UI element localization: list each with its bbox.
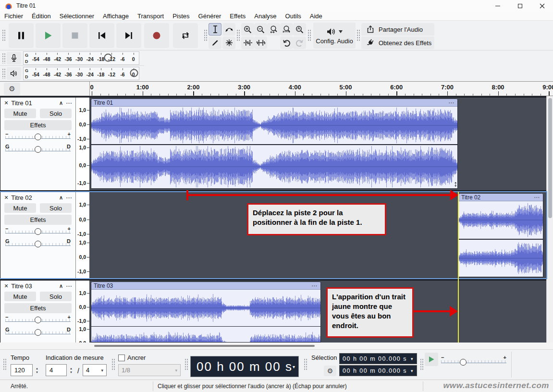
zoom-selection-button[interactable] (267, 23, 280, 36)
toolbar-grip[interactable] (420, 358, 424, 371)
gain-slider[interactable]: −+ (4, 226, 72, 237)
waveform-canvas[interactable] (91, 145, 457, 188)
horizontal-scrollbar-thumb[interactable] (94, 345, 315, 347)
playback-meter-button[interactable] (7, 67, 21, 80)
snap-interval-select[interactable]: 1/8▾ (118, 364, 181, 376)
toolbar-grip[interactable] (2, 53, 6, 63)
loop-button[interactable] (173, 23, 198, 48)
pan-slider[interactable]: GD (4, 144, 72, 155)
tempo-input[interactable]: 120 (11, 364, 33, 376)
pan-slider[interactable]: GD (4, 239, 72, 250)
maximize-button[interactable] (509, 0, 531, 12)
track-menu-button[interactable]: ⋯ (66, 194, 73, 201)
solo-button[interactable]: Solo (40, 203, 72, 213)
gain-slider-thumb[interactable] (35, 317, 41, 323)
record-button[interactable] (144, 23, 169, 48)
timeline-options-button[interactable]: ⚙ (4, 83, 20, 95)
pause-button[interactable] (9, 23, 34, 48)
play-speed-slider[interactable]: − + (440, 355, 507, 367)
pan-slider[interactable]: GD (4, 327, 72, 338)
track-area[interactable]: × Titre 01 ∧ ⋯ Mute Solo Effets −+ GD (0, 96, 553, 343)
share-audio-button[interactable]: Partager l'Audio (361, 23, 434, 36)
playback-meter-bar[interactable]: GD -54-48-42-36-30-24-18-12-60 (23, 67, 139, 80)
menu-item[interactable]: Outils (281, 12, 306, 20)
toolbar-grip[interactable] (204, 29, 208, 42)
zoom-out-button[interactable] (254, 23, 267, 36)
stop-button[interactable] (62, 23, 87, 48)
menu-item[interactable]: Affichage (98, 12, 133, 20)
clip-header[interactable]: Titre 02 ⋯ (459, 194, 543, 201)
menu-item[interactable]: Effets (225, 12, 250, 20)
pan-slider-thumb[interactable] (35, 241, 41, 247)
menu-item[interactable]: Fichier (0, 12, 27, 20)
track-close-button[interactable]: × (4, 283, 8, 289)
redo-button[interactable] (293, 37, 306, 49)
audio-clip-titre-01[interactable]: Titre 01 ⋯ (91, 98, 458, 189)
play-speed-thumb[interactable] (460, 359, 467, 366)
track-name[interactable]: Titre 01 (11, 99, 56, 107)
selection-options-button[interactable]: ⚙ (324, 366, 336, 376)
record-meter-button[interactable] (7, 52, 21, 64)
toolbar-grip[interactable] (2, 68, 6, 79)
audio-clip-titre-02[interactable]: Titre 02 ⋯ (458, 193, 543, 277)
fit-project-button[interactable] (280, 23, 293, 36)
menu-item[interactable]: Édition (27, 12, 55, 20)
gain-slider-thumb[interactable] (35, 134, 41, 140)
close-button[interactable] (531, 0, 553, 12)
toolbar-grip[interactable] (111, 358, 115, 371)
selection-tool-button[interactable] (209, 23, 221, 36)
mute-button[interactable]: Mute (4, 109, 36, 118)
track-collapse-button[interactable]: ∧ (59, 195, 63, 201)
beat-unit-select[interactable]: 4▾ (83, 364, 107, 376)
toolbar-grip[interactable] (184, 358, 188, 371)
menu-item[interactable]: Pistes (168, 12, 194, 20)
skip-to-end-button[interactable] (116, 23, 141, 48)
toolbar-grip[interactable] (356, 29, 360, 42)
track-collapse-button[interactable]: ∧ (59, 283, 63, 289)
menu-item[interactable]: Sélectionner (55, 12, 98, 20)
vertical-scrollbar[interactable] (546, 96, 553, 343)
beats-spinner[interactable]: ▴▾ (68, 364, 74, 376)
clip-menu-icon[interactable]: ⋯ (534, 194, 540, 201)
minimize-button[interactable] (487, 0, 509, 12)
play-at-speed-button[interactable] (425, 353, 438, 366)
track-menu-button[interactable]: ⋯ (66, 282, 73, 290)
recording-volume-thumb[interactable] (104, 53, 112, 61)
track-close-button[interactable]: × (4, 195, 8, 200)
track-menu-button[interactable]: ⋯ (66, 99, 73, 107)
beats-per-measure-input[interactable]: 4 (46, 364, 67, 376)
draw-tool-button[interactable] (209, 37, 221, 49)
gain-slider[interactable]: −+ (4, 132, 72, 143)
effects-button[interactable]: Effets (4, 120, 72, 130)
envelope-tool-button[interactable] (222, 23, 235, 36)
skip-to-start-button[interactable] (89, 23, 114, 48)
menu-item[interactable]: Générer (194, 12, 226, 20)
silence-audio-button[interactable] (254, 37, 267, 49)
checkbox-icon[interactable] (118, 355, 125, 361)
mute-button[interactable]: Mute (4, 292, 36, 301)
menu-item[interactable]: Analyse (250, 12, 281, 20)
track-name[interactable]: Titre 02 (11, 194, 56, 201)
waveform-canvas[interactable] (91, 107, 457, 144)
menu-item[interactable]: Aide (306, 12, 327, 20)
toolbar-grip[interactable] (2, 29, 6, 42)
time-position-display[interactable]: 00 h 00 m 00 s ▾ (190, 356, 299, 377)
time-ruler[interactable]: 01:002:003:004:005:006:007:008:009:00 (89, 82, 553, 96)
playback-volume-thumb[interactable] (130, 69, 138, 77)
track-close-button[interactable]: × (4, 100, 8, 106)
toolbar-grip[interactable] (236, 29, 240, 42)
toolbar-grip[interactable] (3, 358, 7, 371)
zoom-in-button[interactable] (241, 23, 254, 36)
selection-end-field[interactable]: 00 h 00 m 00.000 s▾ (339, 365, 417, 376)
play-button[interactable] (36, 23, 61, 48)
clip-header[interactable]: Titre 01 ⋯ (91, 99, 457, 107)
track-collapse-button[interactable]: ∧ (59, 100, 63, 106)
clip-menu-icon[interactable]: ⋯ (448, 99, 455, 106)
multi-tool-button[interactable] (222, 37, 235, 49)
get-effects-button[interactable]: Obtenez des Effets (361, 37, 434, 49)
recording-meter-bar[interactable]: GD -54-48-42-36-30-24-18-12-60 (23, 51, 139, 65)
tempo-spinner[interactable]: ▴▾ (34, 364, 40, 376)
waveform-canvas[interactable] (91, 290, 320, 326)
clip-header[interactable]: Titre 03 ⋯ (91, 282, 320, 290)
menu-item[interactable]: Transport (133, 12, 168, 20)
